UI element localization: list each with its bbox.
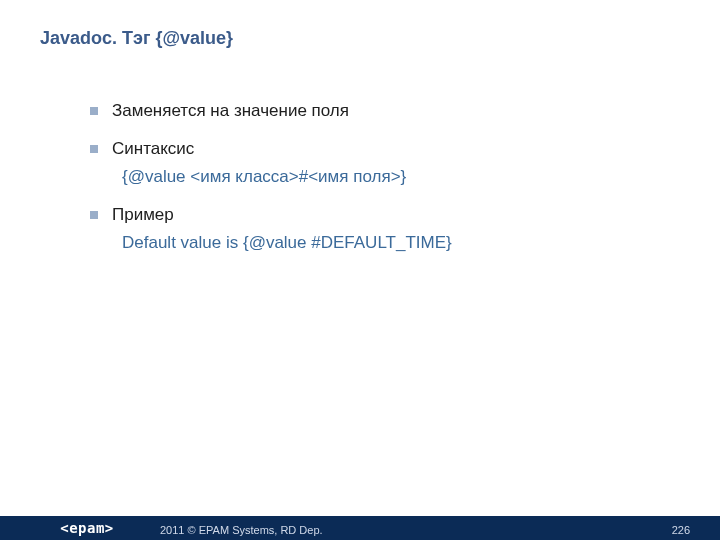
item-text: Синтаксис — [112, 138, 194, 160]
slide-title: Javadoc. Тэг {@value} — [40, 28, 233, 49]
copyright: 2011 © EPAM Systems, RD Dep. — [160, 524, 323, 536]
copyright-year: 2011 — [160, 524, 184, 536]
list-item: Пример Default value is {@value #DEFAULT… — [90, 204, 650, 254]
list-item: Синтаксис {@value <имя класса>#<имя поля… — [90, 138, 650, 188]
bullet-icon — [90, 107, 98, 115]
footer: <epam> 2011 © EPAM Systems, RD Dep. 226 — [0, 504, 720, 540]
bullet-row: Синтаксис — [90, 138, 650, 160]
slide: Javadoc. Тэг {@value} Заменяется на знач… — [0, 0, 720, 540]
item-subtext: {@value <имя класса>#<имя поля>} — [122, 166, 650, 188]
list-item: Заменяется на значение поля — [90, 100, 650, 122]
page-number: 226 — [672, 524, 690, 536]
copyright-symbol: © — [188, 524, 196, 536]
logo-epam: <epam> — [46, 518, 128, 538]
item-subtext: Default value is {@value #DEFAULT_TIME} — [122, 232, 650, 254]
item-text: Пример — [112, 204, 174, 226]
bullet-icon — [90, 211, 98, 219]
content-area: Заменяется на значение поля Синтаксис {@… — [90, 100, 650, 270]
item-text: Заменяется на значение поля — [112, 100, 349, 122]
copyright-text: EPAM Systems, RD Dep. — [199, 524, 323, 536]
bullet-row: Заменяется на значение поля — [90, 100, 650, 122]
bullet-icon — [90, 145, 98, 153]
bullet-row: Пример — [90, 204, 650, 226]
